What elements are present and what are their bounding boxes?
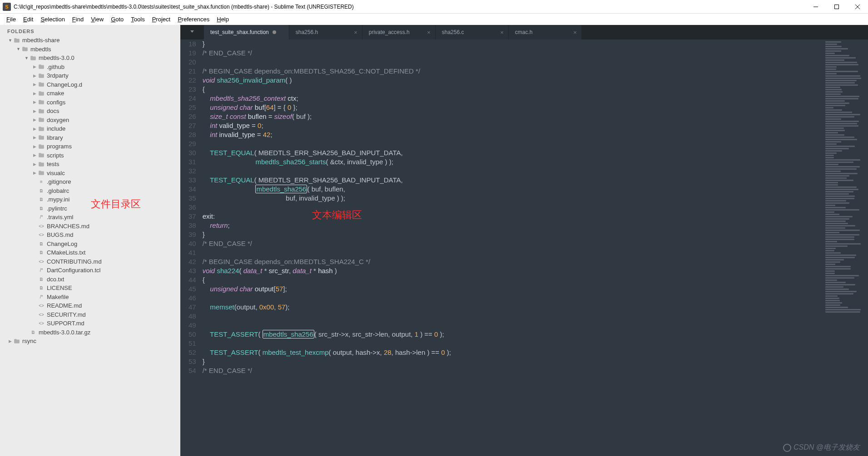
code-line[interactable]: memset(output, 0x00, 57); [203,303,818,312]
expand-arrow-icon[interactable]: ▼ [15,47,21,51]
code-line[interactable]: void sha256_invalid_param( ) [203,76,818,85]
file-item-dco.txt[interactable]: 🗎dco.txt [0,275,180,284]
tab-close-icon[interactable]: × [354,29,357,36]
code-line[interactable]: mbedtls_sha256_context ctx; [203,94,818,103]
code-line[interactable]: { [203,275,818,284]
expand-arrow-icon[interactable]: ▶ [32,135,38,140]
tab-sha256-h[interactable]: sha256.h× [289,25,362,39]
code-line[interactable]: int invalid_type = 42; [203,130,818,139]
code-line[interactable]: int valid_type = 0; [203,121,818,130]
code-line[interactable] [203,58,818,67]
folder-item-mbedtls[interactable]: ▼mbedtls [0,45,180,54]
file-item-readme.md[interactable]: <>README.md [0,301,180,310]
file-item-dartconfiguration.tcl[interactable]: /*DartConfiguration.tcl [0,266,180,275]
code-line[interactable] [203,139,818,148]
code-editor[interactable]: 1819202122232425262728293031323334353637… [180,39,823,456]
file-item-security.md[interactable]: <>SECURITY.md [0,310,180,319]
code-line[interactable]: /* BEGIN_CASE depends_on:MBEDTLS_SHA256_… [203,67,818,76]
expand-arrow-icon[interactable]: ▶ [32,162,38,167]
menu-file[interactable]: File [3,15,20,24]
folder-item-docs[interactable]: ▶docs [0,107,180,116]
code-line[interactable]: size_t const buflen = sizeof( buf ); [203,112,818,121]
code-line[interactable]: /* BEGIN_CASE depends_on:MBEDTLS_SHA224_… [203,257,818,266]
expand-arrow-icon[interactable]: ▶ [32,153,38,157]
folder-item-visualc[interactable]: ▶visualc [0,169,180,178]
file-item-.mypy.ini[interactable]: 🗎.mypy.ini [0,195,180,204]
code-line[interactable]: buf, invalid_type ) ); [203,194,818,203]
expand-arrow-icon[interactable]: ▶ [32,82,38,87]
code-line[interactable]: } [203,230,818,239]
code-line[interactable] [203,294,818,303]
menu-preferences[interactable]: Preferences [174,15,213,24]
expand-arrow-icon[interactable]: ▶ [32,109,38,113]
menu-tools[interactable]: Tools [127,15,148,24]
menu-find[interactable]: Find [69,15,87,24]
expand-arrow-icon[interactable]: ▶ [32,171,38,175]
file-item-makefile[interactable]: /*Makefile [0,293,180,302]
code-line[interactable] [203,339,818,348]
expand-arrow-icon[interactable]: ▶ [7,339,13,343]
code-line[interactable]: /* END_CASE */ [203,239,818,248]
file-item-.pylintrc[interactable]: 🗎.pylintrc [0,204,180,213]
expand-arrow-icon[interactable]: ▼ [24,56,30,60]
tab-sha256-c[interactable]: sha256.c× [436,25,508,39]
code-line[interactable]: TEST_ASSERT( mbedtls_test_hexcmp( output… [203,348,818,357]
code-content[interactable]: }/* END_CASE */ /* BEGIN_CASE depends_on… [203,39,823,456]
close-button[interactable] [847,0,868,14]
menu-view[interactable]: View [87,15,107,24]
folder-item-doxygen[interactable]: ▶doxygen [0,116,180,125]
code-line[interactable]: void sha224( data_t * src_str, data_t * … [203,266,818,275]
menu-edit[interactable]: Edit [20,15,37,24]
file-item-contributing.md[interactable]: <>CONTRIBUTING.md [0,257,180,266]
folder-tree[interactable]: ▼mbedtls-share▼mbedtls▼mbedtls-3.0.0▶.gi… [0,36,180,456]
code-line[interactable]: exit: [203,212,818,221]
code-line[interactable] [203,203,818,212]
folder-item-scripts[interactable]: ▶scripts [0,151,180,160]
menu-help[interactable]: Help [213,15,233,24]
code-line[interactable]: } [203,357,818,366]
folder-item-3rdparty[interactable]: ▶3rdparty [0,71,180,80]
file-item-support.md[interactable]: <>SUPPORT.md [0,319,180,328]
code-line[interactable] [203,312,818,321]
folder-item-.github[interactable]: ▶.github [0,63,180,72]
code-line[interactable]: mbedtls_sha256_starts( &ctx, invalid_typ… [203,157,818,167]
tab-cmac-h[interactable]: cmac.h× [509,25,581,39]
folder-item-mbedtls-3.0.0[interactable]: ▼mbedtls-3.0.0 [0,54,180,63]
code-line[interactable]: unsigned char buf[64] = { 0 }; [203,103,818,112]
code-line[interactable]: unsigned char output[57]; [203,284,818,294]
code-line[interactable]: { [203,85,818,94]
file-item-.travis.yml[interactable]: /*.travis.yml [0,213,180,222]
menu-goto[interactable]: Goto [107,15,127,24]
expand-arrow-icon[interactable]: ▶ [32,144,38,149]
tab-dropdown-icon[interactable] [190,30,194,33]
folder-item-configs[interactable]: ▶configs [0,98,180,107]
tab-close-icon[interactable]: × [573,29,577,36]
folder-item-rsync[interactable]: ▶rsync [0,337,180,346]
code-line[interactable]: /* END_CASE */ [203,366,818,375]
minimize-button[interactable] [805,0,826,14]
code-line[interactable] [203,167,818,176]
file-item-.globalrc[interactable]: 🗎.globalrc [0,186,180,196]
code-line[interactable] [203,248,818,257]
minimap[interactable] [823,39,868,456]
file-item-changelog[interactable]: 🗎ChangeLog [0,240,180,249]
code-line[interactable]: TEST_EQUAL( MBEDTLS_ERR_SHA256_BAD_INPUT… [203,176,818,185]
folder-item-tests[interactable]: ▶tests [0,160,180,169]
expand-arrow-icon[interactable]: ▶ [32,64,38,69]
expand-arrow-icon[interactable]: ▶ [32,118,38,122]
code-line[interactable]: TEST_EQUAL( MBEDTLS_ERR_SHA256_BAD_INPUT… [203,148,818,157]
code-line[interactable]: } [203,39,818,49]
folder-item-changelog.d[interactable]: ▶ChangeLog.d [0,80,180,89]
expand-arrow-icon[interactable]: ▼ [7,38,13,43]
tab-close-icon[interactable]: × [500,29,504,36]
expand-arrow-icon[interactable]: ▶ [32,127,38,131]
expand-arrow-icon[interactable]: ▶ [32,100,38,104]
folder-item-include[interactable]: ▶include [0,124,180,133]
expand-arrow-icon[interactable]: ▶ [32,91,38,96]
folder-item-library[interactable]: ▶library [0,133,180,142]
file-item-license[interactable]: 🗎LICENSE [0,284,180,293]
code-line[interactable]: mbedtls_sha256( buf, buflen, [203,185,818,194]
file-item-.gitignore[interactable]: ≡.gitignore [0,177,180,186]
code-line[interactable] [203,321,818,330]
expand-arrow-icon[interactable]: ▶ [32,74,38,78]
